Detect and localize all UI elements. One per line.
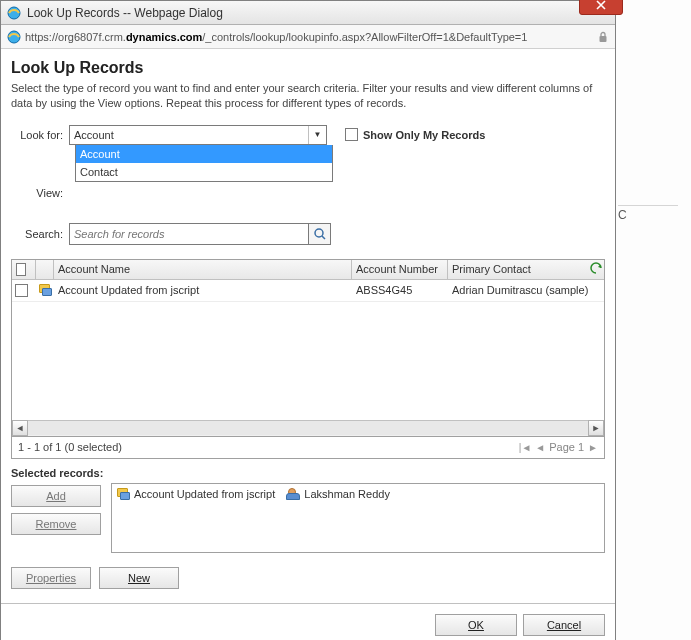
scroll-right-icon[interactable]: ► — [588, 420, 604, 436]
account-icon — [38, 284, 52, 296]
svg-point-3 — [315, 229, 323, 237]
remove-label: Remove — [36, 518, 77, 530]
chevron-down-icon: ▼ — [308, 126, 326, 144]
look-for-dropdown: Account Contact — [75, 145, 333, 182]
lock-icon — [597, 31, 609, 43]
close-icon — [595, 0, 607, 10]
properties-button[interactable]: Properties — [11, 567, 91, 589]
lookup-dialog: Look Up Records -- Webpage Dialog https:… — [0, 0, 616, 640]
selected-item-text: Lakshman Reddy — [304, 488, 390, 500]
window-title: Look Up Records -- Webpage Dialog — [27, 6, 223, 20]
new-label: New — [128, 572, 150, 584]
cell-account-number: ABSS4G45 — [352, 284, 448, 296]
add-label: Add — [46, 490, 66, 502]
scroll-left-icon[interactable]: ◄ — [12, 420, 28, 436]
dropdown-option-account[interactable]: Account — [76, 145, 332, 163]
header-account-name[interactable]: Account Name — [54, 260, 352, 279]
selected-item-text: Account Updated from jscript — [134, 488, 275, 500]
svg-rect-2 — [600, 36, 607, 42]
ok-button[interactable]: OK — [435, 614, 517, 636]
look-for-label: Look for: — [11, 129, 69, 141]
pager-status: 1 - 1 of 1 (0 selected) — [18, 441, 122, 453]
close-button[interactable] — [579, 0, 623, 15]
grid-body: Account Updated from jscript ABSS4G45 Ad… — [12, 280, 604, 420]
cancel-button[interactable]: Cancel — [523, 614, 605, 636]
page-icon — [7, 30, 21, 44]
pager-next-icon[interactable]: ► — [588, 442, 598, 453]
dialog-footer: OK Cancel — [1, 603, 615, 640]
scroll-track[interactable] — [28, 421, 588, 435]
refresh-icon[interactable] — [590, 262, 602, 274]
remove-button[interactable]: Remove — [11, 513, 101, 535]
pager: 1 - 1 of 1 (0 selected) |◄ ◄ Page 1 ► — [11, 437, 605, 459]
new-button[interactable]: New — [99, 567, 179, 589]
cell-account-name: Account Updated from jscript — [54, 284, 352, 296]
look-for-value: Account — [70, 129, 308, 141]
ie-icon — [7, 6, 21, 20]
titlebar: Look Up Records -- Webpage Dialog — [1, 1, 615, 25]
search-icon — [313, 227, 327, 241]
svg-line-4 — [322, 236, 325, 239]
header-checkbox[interactable] — [12, 260, 36, 279]
cancel-label: Cancel — [547, 619, 581, 631]
row-checkbox[interactable] — [15, 284, 28, 297]
contact-icon — [286, 488, 300, 500]
url-prefix: https://org6807f.crm. — [25, 31, 126, 43]
header-icon-col — [36, 260, 54, 279]
cell-primary-contact: Adrian Dumitrascu (sample) — [448, 284, 604, 296]
ok-label: OK — [468, 619, 484, 631]
background-panel — [611, 0, 691, 640]
show-only-label: Show Only My Records — [363, 129, 485, 141]
pager-prev-icon[interactable]: ◄ — [535, 442, 545, 453]
show-only-my-records[interactable]: Show Only My Records — [345, 128, 485, 141]
url-text: https://org6807f.crm.dynamics.com/_contr… — [25, 31, 593, 43]
url-host: dynamics.com — [126, 31, 202, 43]
results-grid: Account Name Account Number Primary Cont… — [11, 259, 605, 437]
table-row[interactable]: Account Updated from jscript ABSS4G45 Ad… — [12, 280, 604, 302]
header-primary-contact[interactable]: Primary Contact — [448, 260, 604, 279]
grid-header: Account Name Account Number Primary Cont… — [12, 260, 604, 280]
dropdown-option-contact[interactable]: Contact — [76, 163, 332, 181]
selected-item-account[interactable]: Account Updated from jscript — [116, 488, 275, 500]
pager-first-icon[interactable]: |◄ — [519, 442, 532, 453]
add-button[interactable]: Add — [11, 485, 101, 507]
cropped-text: C — [618, 208, 627, 222]
look-for-combo[interactable]: Account ▼ — [69, 125, 327, 145]
account-icon — [116, 488, 130, 500]
address-bar: https://org6807f.crm.dynamics.com/_contr… — [1, 25, 615, 49]
selected-item-contact[interactable]: Lakshman Reddy — [286, 488, 390, 500]
search-input[interactable] — [69, 223, 309, 245]
search-button[interactable] — [309, 223, 331, 245]
selected-records-label: Selected records: — [11, 467, 605, 479]
properties-label: Properties — [26, 572, 76, 584]
pager-page-label: Page 1 — [549, 441, 584, 453]
checkbox-icon — [345, 128, 358, 141]
page-title: Look Up Records — [11, 59, 605, 77]
instructions: Select the type of record you want to fi… — [11, 81, 605, 111]
header-contact-text: Primary Contact — [452, 263, 531, 275]
view-label: View: — [11, 187, 69, 199]
url-path: /_controls/lookup/lookupinfo.aspx?AllowF… — [202, 31, 527, 43]
search-label: Search: — [11, 228, 69, 240]
selected-records-box: Account Updated from jscript Lakshman Re… — [111, 483, 605, 553]
header-account-number[interactable]: Account Number — [352, 260, 448, 279]
horizontal-scrollbar[interactable]: ◄ ► — [12, 420, 604, 436]
